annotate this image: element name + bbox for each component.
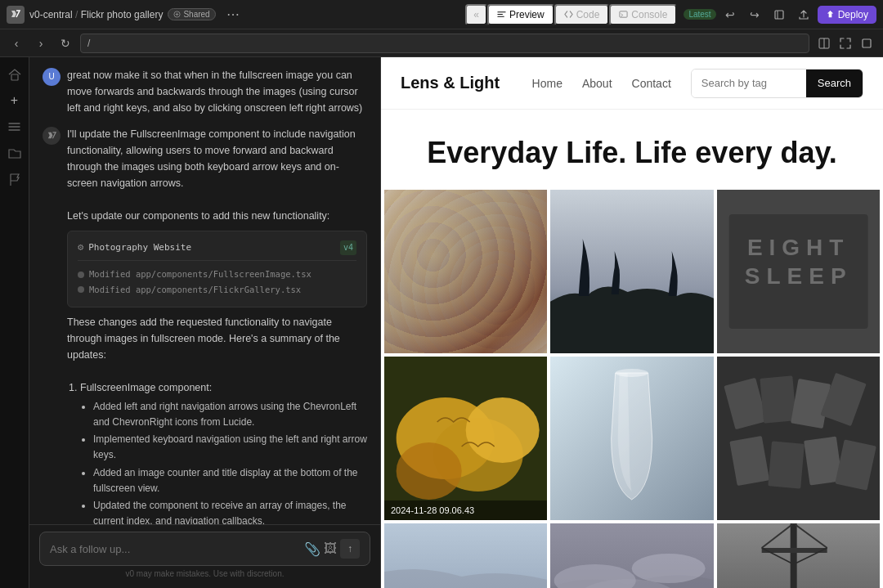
hero-title: Everyday Life. Life every day. [401, 136, 863, 170]
url-bar: / [80, 34, 809, 53]
next-button[interactable]: › [31, 34, 51, 53]
update-1-bullets: Added left and right navigation arrows u… [93, 399, 367, 524]
gear-icon: ⚙ [78, 240, 83, 255]
svg-rect-1 [620, 11, 627, 17]
search-container: Search [691, 69, 863, 98]
ai-intro-text: I'll update the FullscreenImage componen… [67, 126, 367, 191]
chat-area: U great now make it so that when in the … [29, 57, 380, 524]
sidebar-icon-add[interactable]: + [4, 90, 25, 111]
ai-transition-text: Let's update our components to add this … [67, 208, 367, 224]
fullscreen-button[interactable] [836, 34, 855, 53]
left-panel: U great now make it so that when in the … [29, 57, 381, 588]
shared-badge: Shared [168, 8, 215, 20]
left-icon-bar: + [0, 57, 29, 588]
photo-cell-7[interactable] [384, 523, 547, 588]
photo-overlay-4: 2024-11-28 09.06.43 [384, 500, 547, 520]
send-button[interactable]: ↑ [340, 539, 360, 559]
update-item-1: FullscreenImage component: Added left an… [80, 379, 367, 524]
sidebar-icon-menu[interactable] [4, 116, 25, 137]
attach-button[interactable]: 📎 [304, 541, 320, 557]
photo-cell-1[interactable] [384, 190, 547, 353]
version-badge: v4 [340, 240, 356, 255]
menu-button[interactable]: ⋯ [222, 4, 244, 25]
nav-about[interactable]: About [582, 77, 612, 90]
search-button[interactable]: Search [806, 70, 863, 97]
sidebar-icon-home[interactable] [4, 64, 25, 85]
file-dot-2 [78, 286, 84, 293]
redo-button[interactable]: ↪ [744, 4, 765, 25]
input-actions: 📎 🖼 ↑ [304, 539, 360, 559]
photo-cell-4[interactable]: 2024-11-28 09.06.43 [384, 357, 547, 520]
website-preview: Lens & Light Home About Contact Search E… [381, 57, 883, 588]
share-button[interactable] [793, 4, 814, 25]
maximize-button[interactable] [857, 34, 876, 53]
breadcrumb: v0-central / Flickr photo gallery [29, 9, 163, 20]
nav-contact[interactable]: Contact [632, 77, 671, 90]
bullet-1-2: Implemented keyboard navigation using th… [93, 432, 367, 463]
code-block-title: Photography Website [88, 240, 335, 255]
prev-button[interactable]: ‹ [7, 34, 26, 53]
svg-point-33 [632, 554, 706, 583]
view-tabs: « Preview Code Console [465, 4, 677, 25]
photo-cell-8[interactable] [550, 523, 713, 588]
photo-grid: EIGHT SLEEP 2024-11-28 [381, 190, 883, 588]
main-area: + U great now make it so that when in th… [0, 57, 883, 588]
code-file-1: Modified app/components/FullscreenImage.… [78, 267, 356, 281]
top-bar-left: v0-central / Flickr photo gallery Shared [7, 6, 216, 24]
photo-cell-9[interactable] [717, 523, 880, 588]
second-bar-actions [814, 34, 876, 53]
bullet-1-3: Added an image counter and title display… [93, 465, 367, 496]
code-file-2: Modified app/components/FlickrGallery.ts… [78, 283, 356, 297]
collapse-button[interactable]: « [465, 4, 487, 25]
image-button[interactable]: 🖼 [324, 541, 337, 556]
top-bar-actions: Latest ↩ ↪ Deploy [684, 4, 876, 25]
svg-rect-21 [760, 375, 796, 423]
user-message: U great now make it so that when in the … [43, 67, 367, 116]
deploy-button[interactable]: Deploy [818, 6, 876, 24]
split-button[interactable] [814, 34, 834, 53]
sidebar-icon-flag[interactable] [4, 168, 25, 190]
svg-rect-5 [11, 74, 18, 80]
code-tab[interactable]: Code [554, 4, 610, 25]
v0-logo [7, 6, 25, 24]
photo-cell-5[interactable] [550, 357, 713, 520]
sidebar-icon-folder[interactable] [4, 142, 25, 164]
photo-cell-3[interactable]: EIGHT SLEEP [717, 190, 880, 353]
bullet-1-1: Added left and right navigation arrows u… [93, 399, 367, 430]
site-nav-links: Home About Contact [532, 77, 671, 90]
website-nav: Lens & Light Home About Contact Search [381, 57, 883, 110]
follow-up-input[interactable] [50, 543, 298, 555]
bullet-1-4: Updated the component to receive an arra… [93, 498, 367, 524]
svg-rect-2 [775, 11, 783, 19]
photo-cell-2[interactable] [550, 190, 713, 353]
input-area: 📎 🖼 ↑ v0 may make mistakes. Use with dis… [29, 524, 380, 588]
svg-rect-4 [863, 39, 871, 47]
updates-list: FullscreenImage component: Added left an… [80, 379, 367, 524]
user-message-text: great now make it so that when in the fu… [67, 67, 367, 116]
photo-cell-6[interactable] [717, 357, 880, 520]
file-dot-1 [78, 272, 84, 278]
undo-button[interactable]: ↩ [719, 4, 741, 25]
svg-point-15 [397, 442, 462, 500]
site-logo: Lens & Light [401, 74, 500, 92]
svg-point-18 [616, 369, 648, 377]
versions-button[interactable] [769, 4, 790, 25]
ai-avatar [43, 127, 61, 145]
latest-badge: Latest [684, 9, 715, 20]
svg-rect-25 [768, 441, 805, 488]
code-block: ⚙ Photography Website v4 Modified app/co… [67, 231, 367, 307]
console-tab[interactable]: Console [609, 4, 677, 25]
ai-summary-text: These changes add the requested function… [67, 314, 367, 363]
second-bar: ‹ › ↻ / [0, 29, 883, 57]
input-box: 📎 🖼 ↑ [39, 532, 370, 566]
refresh-button[interactable]: ↻ [56, 34, 75, 53]
top-bar: v0-central / Flickr photo gallery Shared… [0, 0, 883, 29]
search-input[interactable] [692, 70, 806, 97]
svg-rect-37 [790, 523, 796, 588]
disclaimer-text: v0 may make mistakes. Use with discretio… [39, 566, 370, 581]
nav-home[interactable]: Home [532, 77, 563, 90]
ai-message: I'll update the FullscreenImage componen… [43, 126, 367, 524]
preview-tab[interactable]: Preview [487, 4, 554, 25]
svg-rect-11 [717, 190, 880, 353]
svg-point-16 [466, 397, 540, 463]
